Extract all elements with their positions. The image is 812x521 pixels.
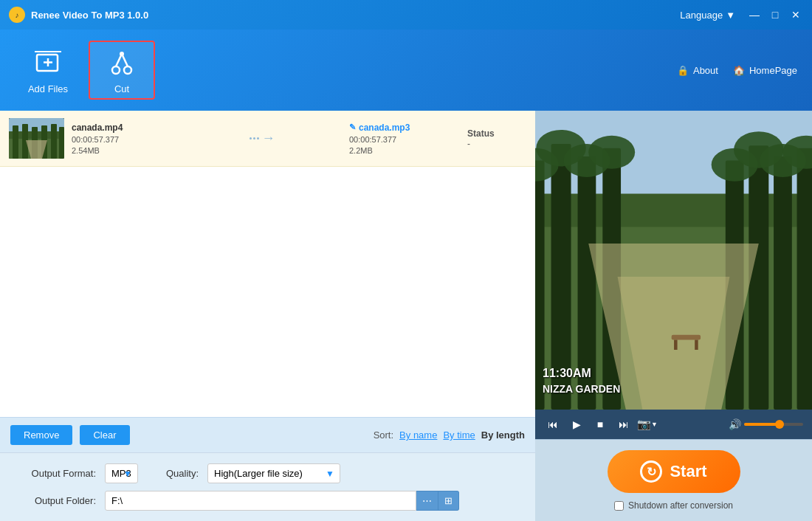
output-folder-row: Output Folder: ⋯ ⊞: [15, 491, 520, 511]
svg-rect-30: [797, 148, 812, 410]
svg-rect-28: [749, 145, 768, 410]
sort-label: Sort:: [374, 429, 393, 441]
rewind-icon: ⏮: [548, 418, 558, 430]
sort-by-time-button[interactable]: By time: [443, 429, 475, 441]
folder-browse-button[interactable]: ⋯: [416, 491, 438, 511]
svg-rect-40: [674, 340, 678, 351]
status-area: Status -: [467, 128, 526, 149]
homepage-button[interactable]: 🏠 HomePage: [733, 65, 797, 76]
sort-by-name-button[interactable]: By name: [399, 429, 437, 441]
add-files-button[interactable]: Add Files: [15, 41, 81, 100]
video-timestamp: 11:30AM: [543, 367, 591, 380]
language-selector[interactable]: Language ▼: [680, 10, 735, 21]
play-button[interactable]: ▶: [568, 415, 585, 433]
volume-control: 🔊: [729, 418, 803, 430]
video-controls: ⏮ ▶ ■ ⏭ 📷 ▼ 🔊: [535, 410, 812, 439]
add-files-icon: [32, 46, 64, 79]
about-button[interactable]: 🔒 About: [677, 65, 718, 76]
screenshot-button[interactable]: 📷 ▼: [639, 415, 656, 433]
forward-button[interactable]: ⏭: [615, 415, 633, 433]
camera-icon: 📷: [637, 418, 651, 431]
quality-select[interactable]: High(Larger file size): [207, 463, 340, 483]
folder-path-input[interactable]: [105, 491, 416, 511]
start-button[interactable]: ↻ Start: [608, 450, 740, 493]
folder-input-wrapper: ⋯ ⊞: [105, 491, 459, 511]
status-value: -: [467, 139, 526, 149]
homepage-label: HomePage: [749, 65, 797, 76]
svg-rect-29: [774, 156, 792, 410]
output-format-row: Output Format: MP3 ▼ Quality: High(Large…: [15, 463, 520, 483]
edit-icon: ✎: [349, 123, 356, 132]
cut-icon: [106, 46, 138, 79]
remove-button[interactable]: Remove: [10, 425, 72, 445]
shutdown-row: Shutdown after conversion: [614, 500, 733, 511]
svg-point-8: [120, 52, 124, 56]
shutdown-label: Shutdown after conversion: [628, 500, 733, 511]
cut-label: Cut: [114, 83, 129, 94]
output-file-info: ✎ canada.mp3 00:00:57.377 2.2MB: [349, 123, 460, 155]
right-bottom-panel: ↻ Start Shutdown after conversion: [535, 439, 812, 521]
app-title: Renee Video To MP3 1.0.0: [31, 10, 680, 21]
start-icon: ↻: [640, 460, 662, 483]
video-preview: 11:30AM NIZZA GARDEN: [535, 111, 812, 410]
output-folder-label: Output Folder:: [15, 495, 96, 506]
svg-rect-13: [13, 125, 18, 159]
clear-button[interactable]: Clear: [80, 425, 129, 445]
window-controls: — □ ✕: [747, 7, 803, 22]
output-format-wrapper: MP3 ▼: [105, 463, 138, 483]
folder-open-icon: ⊞: [444, 495, 453, 506]
titlebar: ♪ Renee Video To MP3 1.0.0 Language ▼ — …: [0, 0, 812, 30]
play-icon: ▶: [573, 418, 581, 430]
stop-button[interactable]: ■: [591, 415, 609, 433]
camera-dropdown-icon: ▼: [651, 421, 658, 428]
about-icon: 🔒: [677, 65, 689, 76]
video-background: 11:30AM NIZZA GARDEN: [535, 111, 812, 410]
output-format-label: Output Format:: [15, 468, 96, 479]
volume-thumb[interactable]: [775, 420, 784, 429]
thumbnail-image: [9, 118, 64, 159]
file-thumbnail: [9, 118, 64, 159]
shutdown-checkbox[interactable]: [614, 501, 624, 511]
app-logo: ♪: [9, 7, 25, 23]
volume-icon: 🔊: [729, 418, 741, 430]
folder-open-button[interactable]: ⊞: [438, 491, 459, 511]
language-label: Language: [680, 10, 723, 21]
main-area: canada.mp4 00:00:57.377 2.54MB → ✎ canad…: [0, 111, 812, 521]
output-format-select[interactable]: MP3: [105, 463, 138, 483]
file-list: canada.mp4 00:00:57.377 2.54MB → ✎ canad…: [0, 111, 535, 417]
language-dropdown-icon: ▼: [726, 10, 735, 21]
status-label: Status: [467, 128, 526, 139]
add-files-label: Add Files: [28, 83, 68, 94]
right-panel: 11:30AM NIZZA GARDEN ⏮ ▶ ■ ⏭ 📷 ▼ �: [535, 111, 812, 521]
table-row: canada.mp4 00:00:57.377 2.54MB → ✎ canad…: [0, 111, 535, 167]
forward-icon: ⏭: [619, 418, 629, 430]
video-location: NIZZA GARDEN: [543, 383, 620, 395]
toolbar-nav: 🔒 About 🏠 HomePage: [677, 65, 797, 76]
close-button[interactable]: ✕: [788, 7, 803, 22]
output-size: 2.2MB: [349, 146, 373, 155]
svg-rect-41: [695, 340, 698, 351]
cut-button[interactable]: Cut: [89, 41, 155, 100]
sort-by-length-button[interactable]: By length: [481, 429, 525, 441]
stop-icon: ■: [597, 418, 603, 430]
output-duration: 00:00:57.377: [349, 135, 396, 144]
arrow-dots: →: [250, 131, 275, 146]
svg-point-5: [124, 66, 131, 74]
volume-track[interactable]: [744, 423, 803, 426]
rewind-button[interactable]: ⏮: [544, 415, 562, 433]
sort-area: Sort: By name By time By length: [374, 429, 525, 441]
source-file-info: canada.mp4 00:00:57.377 2.54MB: [72, 123, 175, 155]
start-label: Start: [670, 462, 706, 481]
settings-area: Output Format: MP3 ▼ Quality: High(Large…: [0, 452, 535, 521]
source-size: 2.54MB: [72, 146, 175, 155]
svg-point-34: [588, 136, 635, 169]
left-panel: canada.mp4 00:00:57.377 2.54MB → ✎ canad…: [0, 111, 535, 521]
output-file-name: ✎ canada.mp3: [349, 123, 410, 133]
minimize-button[interactable]: —: [747, 7, 762, 22]
conversion-arrow: →: [182, 131, 342, 146]
maximize-button[interactable]: □: [768, 7, 782, 22]
toolbar: Add Files Cut 🔒 About 🏠 HomePage: [0, 30, 812, 111]
source-duration: 00:00:57.377: [72, 135, 175, 144]
svg-point-4: [112, 66, 120, 74]
quality-wrapper: High(Larger file size) ▼: [207, 463, 340, 483]
